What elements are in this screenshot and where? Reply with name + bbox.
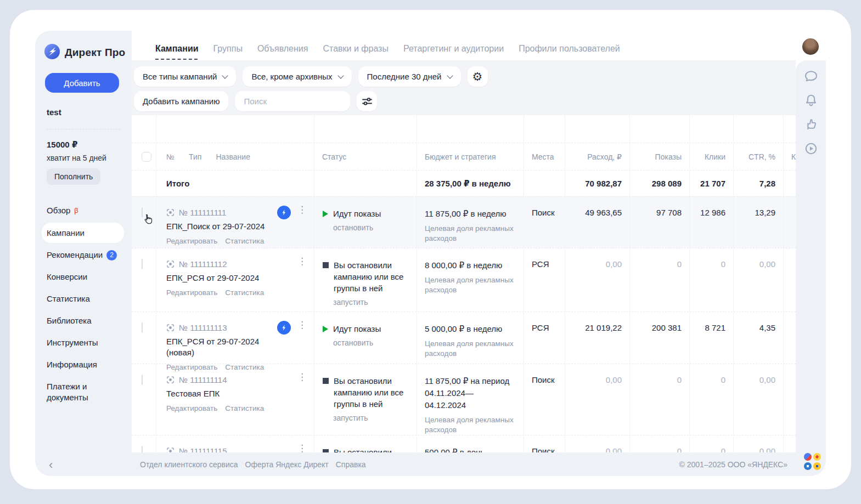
cost-value: 21 019,22	[565, 312, 630, 371]
start-link[interactable]: запустить	[333, 298, 410, 307]
collapse-sidebar-icon[interactable]: ‹	[49, 459, 53, 471]
settings-button[interactable]: ⚙	[468, 66, 488, 87]
cost-value: 0,00	[565, 364, 630, 435]
ctr-value: 0,00	[734, 364, 784, 435]
gear-icon: ⚙	[472, 71, 483, 82]
yandex-services-icon[interactable]	[804, 453, 821, 470]
budget-amount: 5 000,00 ₽ в неделю	[425, 323, 515, 335]
footer-link-support[interactable]: Отдел клиентского сервиса	[140, 460, 238, 469]
top-tabbar: Кампании Группы Объявления Ставки и фраз…	[132, 31, 826, 60]
sidebar-item-conversions[interactable]: Конверсии	[35, 266, 132, 288]
search-input[interactable]	[244, 97, 341, 106]
campaign-name[interactable]: Тестовая ЕПК	[166, 388, 275, 399]
add-button[interactable]: Добавить	[45, 73, 119, 93]
campaigns-table: № Тип Название Статус Бюджет и стратегия…	[132, 115, 796, 452]
sidebar-item-recommendations[interactable]: Рекомендации 2	[35, 244, 132, 266]
tab-ads[interactable]: Объявления	[257, 44, 308, 54]
sidebar-item-campaigns[interactable]: Кампании	[42, 223, 124, 243]
tab-user-profiles[interactable]: Профили пользователей	[519, 44, 620, 54]
search-field	[235, 91, 350, 111]
app-title: Директ Про	[65, 47, 125, 59]
campaign-type-filter[interactable]: Все типы кампаний	[134, 66, 236, 87]
stop-link[interactable]: остановить	[333, 338, 410, 347]
edit-link[interactable]: Редактировать	[166, 404, 217, 412]
avatar[interactable]	[802, 38, 819, 55]
budget-amount: 11 875,00 ₽ в неделю	[425, 208, 515, 220]
totals-ctr: 7,28	[759, 179, 775, 188]
row-checkbox[interactable]	[142, 446, 143, 452]
tab-campaigns[interactable]: Кампании	[155, 44, 199, 54]
sidebar-item-library[interactable]: Библиотека	[35, 310, 132, 332]
status-text: Вы остановили кампанию или все группы в …	[334, 259, 410, 294]
campaign-type-icon	[166, 376, 175, 384]
edit-link[interactable]: Редактировать	[166, 288, 217, 297]
statistics-link[interactable]: Статистика	[225, 237, 264, 245]
totals-clicks: 21 707	[700, 179, 725, 188]
statistics-link[interactable]: Статистика	[225, 288, 264, 297]
footer-link-offer[interactable]: Оферта Яндекс Директ	[245, 460, 329, 469]
campaign-number: № 111111114	[179, 375, 227, 384]
chat-icon[interactable]	[804, 69, 818, 83]
start-link[interactable]: запустить	[333, 414, 410, 422]
campaign-name[interactable]: ЕПК_РСЯ от 29-07-2024 (новая)	[166, 336, 275, 358]
tab-groups[interactable]: Группы	[213, 44, 243, 54]
sidebar-item-payments[interactable]: Платежи и документы	[35, 376, 132, 409]
col-header-budget[interactable]: Бюджет и стратегия	[425, 152, 496, 161]
row-menu-icon[interactable]: ⋮	[297, 444, 307, 452]
date-range-filter[interactable]: Последние 30 дней	[358, 66, 461, 87]
chevron-down-icon	[447, 72, 453, 78]
row-menu-icon[interactable]: ⋮	[297, 205, 307, 214]
row-checkbox[interactable]	[142, 322, 143, 333]
col-header-name[interactable]: Название	[216, 152, 250, 161]
sidebar-item-overview[interactable]: Обзор β	[35, 200, 132, 222]
footer-link-help[interactable]: Справка	[336, 460, 366, 469]
tab-retargeting[interactable]: Ретаргетинг и аудитории	[403, 44, 504, 54]
row-checkbox[interactable]	[142, 259, 143, 269]
play-circle-icon[interactable]	[804, 141, 818, 156]
cost-value: 49 963,65	[565, 197, 630, 248]
totals-shows: 298 089	[652, 179, 682, 188]
campaign-name[interactable]: ЕПК_Поиск от 29-07-2024	[166, 221, 275, 232]
sidebar-item-statistics[interactable]: Статистика	[35, 288, 132, 310]
sidebar-divider	[47, 129, 120, 129]
beta-badge: β	[74, 205, 78, 216]
col-header-cost[interactable]: Расход, ₽	[587, 152, 622, 161]
thumbs-up-icon[interactable]	[804, 117, 818, 132]
chevron-down-icon	[222, 72, 228, 78]
row-checkbox[interactable]	[142, 207, 143, 218]
stop-link[interactable]: остановить	[333, 223, 410, 232]
archive-filter[interactable]: Все, кроме архивных	[243, 66, 351, 87]
running-status-icon	[323, 326, 328, 332]
advanced-filters-button[interactable]	[357, 91, 377, 111]
col-header-type[interactable]: Тип	[189, 152, 201, 161]
bell-icon[interactable]	[804, 93, 818, 107]
clicks-value: 12 986	[690, 197, 734, 248]
col-header-ctr[interactable]: CTR, %	[749, 152, 775, 161]
row-menu-icon[interactable]: ⋮	[297, 372, 307, 382]
col-header-number[interactable]: №	[166, 152, 175, 161]
col-header-places[interactable]: Места	[532, 152, 554, 161]
row-checkbox[interactable]	[142, 375, 143, 385]
sidebar-item-tools[interactable]: Инструменты	[35, 332, 132, 354]
col-header-shows[interactable]: Показы	[655, 152, 682, 161]
add-campaign-button[interactable]: Добавить кампанию	[134, 91, 228, 111]
topup-button[interactable]: Пополнить	[47, 168, 100, 185]
boost-badge-icon[interactable]	[277, 321, 291, 335]
clicks-value: 0	[690, 435, 734, 452]
row-menu-icon[interactable]: ⋮	[297, 257, 307, 266]
totals-row: Итого 28 375,00 ₽ в неделю 70 982,87 298…	[132, 170, 796, 196]
tab-bids-phrases[interactable]: Ставки и фразы	[323, 44, 388, 54]
sidebar-item-information[interactable]: Информация	[35, 354, 132, 376]
select-all-checkbox[interactable]	[142, 152, 151, 162]
statistics-link[interactable]: Статистика	[225, 404, 264, 412]
campaign-name[interactable]: ЕПК_РСЯ от 29-07-2024	[166, 273, 275, 284]
cost-value: 0,00	[565, 248, 630, 312]
stopped-status-icon	[323, 262, 329, 268]
edit-link[interactable]: Редактировать	[166, 237, 217, 245]
col-header-conversions[interactable]: Ко	[791, 152, 796, 161]
row-menu-icon[interactable]: ⋮	[297, 320, 307, 330]
col-header-clicks[interactable]: Клики	[705, 152, 725, 161]
service-icon	[813, 462, 821, 470]
boost-badge-icon[interactable]	[277, 206, 291, 219]
col-header-status[interactable]: Статус	[322, 152, 346, 161]
